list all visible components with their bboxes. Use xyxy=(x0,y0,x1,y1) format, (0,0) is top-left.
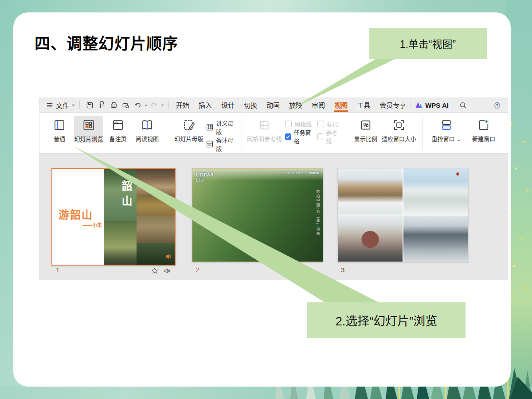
guides-label: 参考线 xyxy=(326,128,341,145)
zoom-scale-button[interactable]: % 显示比例 xyxy=(351,116,380,143)
slide1-photo-collage xyxy=(104,169,175,265)
speaker-icon xyxy=(165,253,172,260)
print-preview-icon[interactable] xyxy=(121,101,130,110)
photo-snowy-village xyxy=(338,168,403,215)
callout-step1: 1.单击“视图” xyxy=(369,28,487,59)
view-ribbon: 普通 幻灯片浏览 备注页 xyxy=(39,113,508,154)
tab-transition[interactable]: 切换 xyxy=(243,99,258,112)
grid-group: 网格和参考线 网格线 任务窗格 标尺 xyxy=(247,116,341,151)
slide-sorter-area: 游韶山 ——小朱 韶山 1 xyxy=(39,154,508,280)
checkbox-icon xyxy=(285,121,292,127)
print-icon[interactable] xyxy=(110,101,118,110)
export-icon[interactable] xyxy=(98,101,106,110)
guides-checkbox[interactable]: 参考线 xyxy=(317,128,341,145)
wps-ai-button[interactable]: WPS AI xyxy=(415,102,449,109)
file-menu[interactable]: 文件 xyxy=(56,101,75,110)
fit-window-label: 适应窗口大小 xyxy=(382,134,416,143)
view-mode-group: 普通 幻灯片浏览 备注页 xyxy=(45,116,162,151)
slide-sorter-label: 幻灯片浏览 xyxy=(74,134,103,143)
new-window-label: 新建窗口 xyxy=(472,134,495,143)
normal-view-label: 普通 xyxy=(54,134,65,143)
arrange-windows-button[interactable]: 重排窗口 ⌄ xyxy=(428,116,465,143)
tab-animation[interactable]: 动画 xyxy=(266,99,280,112)
fit-window-icon xyxy=(392,118,406,132)
chevron-down-icon[interactable] xyxy=(144,103,148,107)
arrange-windows-label: 重排窗口 ⌄ xyxy=(432,134,462,143)
search-icon[interactable] xyxy=(459,101,467,110)
ruler-checkbox[interactable]: 标尺 xyxy=(317,120,341,128)
chevron-down-icon xyxy=(71,103,75,107)
tab-tools[interactable]: 工具 xyxy=(356,99,371,112)
zoom-scale-icon: % xyxy=(359,118,372,132)
new-window-button[interactable]: 新建窗口 xyxy=(465,116,502,143)
tab-design[interactable]: 设计 xyxy=(221,99,235,112)
photo-snowy-building xyxy=(403,215,468,262)
notes-page-label: 备注页 xyxy=(109,134,126,143)
divider xyxy=(453,101,453,109)
reading-view-button[interactable]: 阅读视图 xyxy=(133,116,162,143)
arrange-windows-icon xyxy=(440,118,453,132)
zoom-group: % 显示比例 适应窗口大小 xyxy=(351,116,418,151)
grid-and-guides-button[interactable]: 网格和参考线 xyxy=(247,116,282,143)
normal-view-button[interactable]: 普通 xyxy=(45,116,74,143)
notes-page-button[interactable]: 备注页 xyxy=(103,116,133,143)
redo-icon[interactable] xyxy=(150,101,158,110)
callout-step2-text: 2.选择“幻灯片”浏览 xyxy=(336,312,438,329)
window-group: 重排窗口 ⌄ 新建窗口 xyxy=(428,116,502,151)
page-title: 四、调整幻灯片顺序 xyxy=(35,31,178,54)
notes-page-icon xyxy=(111,118,125,132)
slide-thumbnail-1[interactable]: 游韶山 ——小朱 韶山 xyxy=(51,168,176,266)
undo-icon[interactable] xyxy=(133,101,142,110)
divider xyxy=(79,101,80,109)
tab-review[interactable]: 审阅 xyxy=(311,99,325,112)
handout-master-button[interactable]: 讲义母版 xyxy=(206,119,237,136)
hamburger-icon[interactable] xyxy=(46,101,54,110)
callout-step2: 2.选择“幻灯片”浏览 xyxy=(307,302,466,338)
notes-master-button[interactable]: 备注母版 xyxy=(206,136,237,153)
slide2-side-caption: 航拍中国(第三季)·湖南 xyxy=(315,190,320,236)
slide-master-icon xyxy=(182,118,196,132)
slide1-byline: ——小朱 xyxy=(82,221,102,228)
slide2-channel-watermark: CCTV-9 纪录 xyxy=(196,172,213,183)
new-window-icon xyxy=(477,118,490,132)
wps-ai-logo-icon xyxy=(415,102,423,109)
tab-slideshow[interactable]: 放映 xyxy=(289,99,303,112)
slide1-overlay-text: 韶山 xyxy=(118,180,134,211)
divider xyxy=(167,117,167,150)
tab-member[interactable]: 会员专享 xyxy=(379,99,407,112)
file-menu-label: 文件 xyxy=(56,101,69,110)
photo-trees xyxy=(104,221,137,265)
chevron-down-icon[interactable] xyxy=(160,103,164,107)
grid-and-guides-icon xyxy=(258,118,271,132)
fit-window-button[interactable]: 适应窗口大小 xyxy=(380,116,418,143)
gridlines-checkbox[interactable]: 网格线 xyxy=(285,120,314,128)
slide-master-button[interactable]: 幻灯片母版 xyxy=(172,116,206,143)
slide2-id-watermark: 008201072170923 bilibili xyxy=(278,171,319,175)
tab-start[interactable]: 开始 xyxy=(176,99,190,112)
upgrade-icon[interactable] xyxy=(493,101,501,110)
master-group: 幻灯片母版 讲义母版 xyxy=(172,116,237,151)
slide-sorter-button[interactable]: 幻灯片浏览 xyxy=(74,116,103,143)
svg-text:%: % xyxy=(363,122,368,129)
ribbon-tabs: 开始 插入 设计 切换 动画 放映 审阅 视图 工具 会员专享 xyxy=(176,99,407,112)
zoom-scale-label: 显示比例 xyxy=(354,134,377,143)
divider xyxy=(346,117,346,150)
notes-master-label: 备注母版 xyxy=(216,136,237,153)
slide3-number: 3 xyxy=(341,266,344,274)
reading-view-icon xyxy=(141,118,154,132)
tab-view[interactable]: 视图 xyxy=(334,99,348,112)
slide-thumbnail-3[interactable] xyxy=(337,168,469,262)
divider xyxy=(168,101,169,109)
save-icon[interactable] xyxy=(86,101,94,110)
photo-snowy-gate xyxy=(403,168,468,215)
checkbox-icon xyxy=(317,133,323,140)
tab-insert[interactable]: 插入 xyxy=(198,99,212,112)
slide-master-label: 幻灯片母版 xyxy=(175,134,203,143)
wps-screenshot: 文件 开始 xyxy=(39,98,508,280)
notes-master-icon xyxy=(206,140,214,149)
task-pane-checkbox[interactable]: 任务窗格 xyxy=(285,128,314,145)
photo-memorial-arch xyxy=(338,215,403,262)
divider xyxy=(422,117,423,150)
slide-thumbnail-2[interactable]: CCTV-9 纪录 008201072170923 bilibili 航拍中国(… xyxy=(192,168,323,262)
task-pane-label: 任务窗格 xyxy=(294,128,314,145)
